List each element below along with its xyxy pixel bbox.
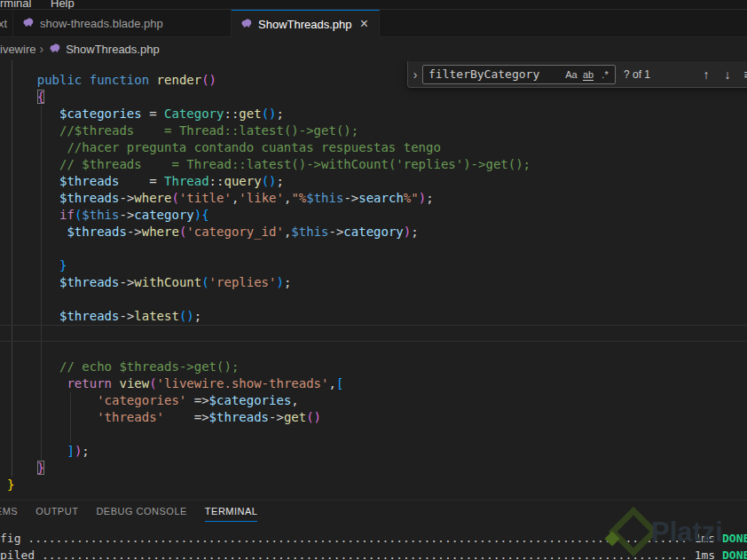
tab-terminal[interactable]: TERMINAL	[205, 506, 258, 522]
code-line-2: {	[7, 89, 531, 106]
code-line-16	[7, 325, 531, 342]
php-elephant-icon	[240, 18, 253, 31]
editor-tab-bar: xt show-threads.blade.php ShowThreads.ph…	[0, 9, 747, 37]
tab-debug-console[interactable]: DEBUG CONSOLE	[96, 506, 186, 522]
menu-item-help[interactable]: Help	[51, 0, 75, 9]
code-line-25: }	[7, 477, 531, 493]
breadcrumb-file[interactable]: ShowThreads.php	[66, 43, 160, 56]
find-in-selection-icon[interactable]: ≡	[738, 67, 747, 82]
terminal-line-1: fig ....................................…	[0, 530, 747, 547]
find-input[interactable]: filterByCategory Aa ab .*	[422, 65, 616, 84]
tab-output[interactable]: OUTPUT	[35, 506, 78, 522]
bottom-panel: PROBLEMS OUTPUT DEBUG CONSOLE TERMINAL f…	[0, 500, 747, 560]
code-line-20: 'categories' =>$categories,	[7, 392, 531, 409]
code-line-8: $threads->where('title','like',"%$this->…	[7, 190, 531, 207]
tab-label: xt	[0, 17, 7, 30]
code-line-5: //hacer pregunta contando cuantas respue…	[7, 139, 531, 156]
code-line-19: return view('livewire.show-threads',[	[7, 375, 531, 392]
code-line-15: $threads->latest();	[7, 308, 531, 325]
find-query-text: filterByCategory	[429, 67, 562, 81]
tab-label: show-threads.blade.php	[40, 17, 163, 30]
code-editor[interactable]: public function render() { $categories =…	[0, 60, 747, 500]
code-line-17	[7, 342, 531, 359]
tab-partial-txt[interactable]: xt	[0, 10, 13, 36]
chevron-right-icon: ›	[39, 42, 43, 56]
code-line-18: // echo $threads->get();	[7, 359, 531, 375]
terminal-output[interactable]: fig ....................................…	[0, 530, 747, 560]
breadcrumb-folder[interactable]: ivewire	[0, 43, 35, 56]
code-line-9: if($this->category){	[7, 207, 531, 224]
tab-show-threads-blade[interactable]: show-threads.blade.php	[13, 10, 232, 36]
breadcrumb: ivewire › ShowThreads.php	[0, 37, 747, 60]
php-elephant-icon	[22, 17, 35, 30]
code-line-22	[7, 426, 531, 443]
previous-match-icon[interactable]: ↑	[696, 67, 717, 82]
find-buttons: ↑ ↓ ≡	[696, 67, 747, 82]
find-widget: › filterByCategory Aa ab .* ? of 1 ↑ ↓ ≡	[407, 61, 747, 88]
code-line-6: // $threads = Thread::latest()->withCoun…	[7, 156, 531, 173]
whole-word-icon[interactable]: ab	[580, 67, 596, 82]
vscode-window: rminal Help xt show-threads.blade.php Sh…	[0, 0, 747, 560]
tab-showthreads-php-active[interactable]: ShowThreads.php ×	[232, 10, 380, 37]
close-tab-icon[interactable]: ×	[358, 17, 370, 31]
code-line-12: }	[7, 257, 531, 274]
code-line-10: $threads->where('category_id',$this->cat…	[7, 224, 531, 241]
code-line-24: }	[7, 460, 531, 477]
code-line-13: $threads->withCount('replies');	[7, 274, 531, 291]
regex-icon[interactable]: .*	[597, 67, 613, 82]
php-elephant-icon	[49, 43, 61, 56]
match-case-icon[interactable]: Aa	[563, 67, 579, 82]
find-results-count: ? of 1	[624, 68, 650, 81]
code-line-7: $threads = Thread::query();	[7, 173, 531, 190]
menu-item-terminal[interactable]: rminal	[0, 0, 31, 9]
code-lines: public function render() { $categories =…	[7, 72, 531, 493]
code-line-3: $categories = Category::get();	[7, 106, 531, 122]
toggle-replace-chevron-icon[interactable]: ›	[408, 67, 422, 82]
next-match-icon[interactable]: ↓	[717, 67, 738, 82]
code-line-21: 'threads' =>$threads->get()	[7, 409, 531, 426]
terminal-line-2: piled ..................................…	[0, 547, 747, 560]
panel-tab-bar: PROBLEMS OUTPUT DEBUG CONSOLE TERMINAL	[0, 503, 275, 525]
code-line-4: //$threads = Thread::latest()->get();	[7, 122, 531, 139]
code-line-11	[7, 241, 531, 257]
code-line-23: ]);	[7, 443, 531, 460]
tab-problems[interactable]: PROBLEMS	[0, 506, 18, 522]
menu-bar: rminal Help	[0, 0, 747, 9]
code-line-14	[7, 291, 531, 308]
tab-label: ShowThreads.php	[258, 18, 352, 31]
